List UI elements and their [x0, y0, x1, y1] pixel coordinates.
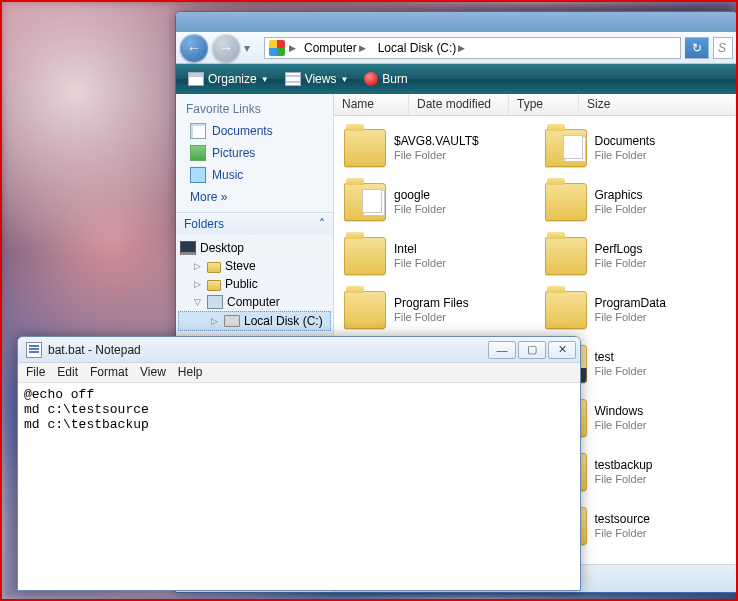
column-headers: Name Date modified Type Size — [334, 94, 737, 116]
fav-more[interactable]: More » — [176, 186, 333, 212]
explorer-titlebar[interactable] — [176, 12, 737, 32]
menu-file[interactable]: File — [26, 365, 45, 380]
folder-icon — [545, 291, 587, 329]
expander-icon[interactable]: ▷ — [194, 261, 203, 271]
recent-dropdown[interactable]: ▾ — [244, 41, 260, 55]
fav-pictures[interactable]: Pictures — [176, 142, 333, 164]
notepad-title: bat.bat - Notepad — [48, 343, 141, 357]
burn-button[interactable]: Burn — [360, 70, 411, 88]
menu-format[interactable]: Format — [90, 365, 128, 380]
col-date[interactable]: Date modified — [409, 94, 509, 115]
tree-local-disk-c[interactable]: ▷ Local Disk (C:) — [178, 311, 331, 331]
pictures-icon — [190, 145, 206, 161]
folder-icon — [344, 237, 386, 275]
breadcrumb-drive[interactable]: Local Disk (C:) ▶ — [374, 41, 470, 55]
tree-public[interactable]: ▷ Public — [176, 275, 333, 293]
tree-computer[interactable]: ▽ Computer — [176, 293, 333, 311]
desktop-icon — [180, 241, 196, 255]
refresh-icon: ↻ — [692, 41, 702, 55]
folder-icon — [545, 183, 587, 221]
folder-icon — [545, 129, 587, 167]
folder-intel[interactable]: IntelFile Folder — [340, 230, 531, 282]
minimize-icon: — — [497, 344, 508, 356]
organize-button[interactable]: Organize ▼ — [184, 70, 273, 88]
folder-icon — [207, 280, 221, 291]
minimize-button[interactable]: — — [488, 341, 516, 359]
explorer-nav-row: ← → ▾ ▶ Computer ▶ Local Disk (C:) ▶ ↻ S — [176, 32, 737, 64]
computer-icon — [207, 295, 223, 309]
close-button[interactable]: ✕ — [548, 341, 576, 359]
expander-icon[interactable]: ▽ — [194, 297, 203, 307]
folder-graphics[interactable]: GraphicsFile Folder — [541, 176, 732, 228]
maximize-button[interactable]: ▢ — [518, 341, 546, 359]
maximize-icon: ▢ — [527, 343, 537, 356]
fav-music[interactable]: Music — [176, 164, 333, 186]
chevron-right-icon: ▶ — [359, 43, 366, 53]
search-input[interactable]: S — [713, 37, 733, 59]
explorer-toolbar: Organize ▼ Views ▼ Burn — [176, 64, 737, 94]
folders-panel-header[interactable]: Folders ˄ — [176, 212, 333, 235]
col-size[interactable]: Size — [579, 94, 737, 115]
notepad-menu: File Edit Format View Help — [18, 363, 580, 383]
col-type[interactable]: Type — [509, 94, 579, 115]
refresh-button[interactable]: ↻ — [685, 37, 709, 59]
documents-icon — [190, 123, 206, 139]
expander-icon[interactable]: ▷ — [194, 279, 203, 289]
organize-icon — [188, 72, 204, 86]
windows-icon — [269, 40, 285, 56]
expander-icon[interactable]: ▷ — [211, 316, 220, 326]
chevron-down-icon: ▼ — [261, 75, 269, 84]
views-button[interactable]: Views ▼ — [281, 70, 353, 88]
folder-programdata[interactable]: ProgramDataFile Folder — [541, 284, 732, 336]
close-icon: ✕ — [558, 343, 567, 356]
folder-program-files[interactable]: Program FilesFile Folder — [340, 284, 531, 336]
chevron-up-icon: ˄ — [319, 217, 325, 231]
tree-desktop[interactable]: Desktop — [176, 239, 333, 257]
folder-avg-vault[interactable]: $AVG8.VAULT$File Folder — [340, 122, 531, 174]
chevron-down-icon: ▼ — [340, 75, 348, 84]
folder-icon — [344, 129, 386, 167]
folder-google[interactable]: googleFile Folder — [340, 176, 531, 228]
notepad-titlebar[interactable]: bat.bat - Notepad — ▢ ✕ — [18, 337, 580, 363]
breadcrumb-computer[interactable]: Computer ▶ — [300, 41, 370, 55]
notepad-window: bat.bat - Notepad — ▢ ✕ File Edit Format… — [17, 336, 581, 591]
chevron-right-icon: ▶ — [458, 43, 465, 53]
back-button[interactable]: ← — [180, 34, 208, 62]
address-bar[interactable]: ▶ Computer ▶ Local Disk (C:) ▶ — [264, 37, 681, 59]
folder-perflogs[interactable]: PerfLogsFile Folder — [541, 230, 732, 282]
notepad-icon — [26, 342, 42, 358]
tree-steve[interactable]: ▷ Steve — [176, 257, 333, 275]
user-folder-icon — [207, 262, 221, 273]
burn-icon — [364, 72, 378, 86]
menu-edit[interactable]: Edit — [57, 365, 78, 380]
favorite-links-header: Favorite Links — [176, 94, 333, 120]
forward-button[interactable]: → — [212, 34, 240, 62]
music-icon — [190, 167, 206, 183]
menu-view[interactable]: View — [140, 365, 166, 380]
fav-documents[interactable]: Documents — [176, 120, 333, 142]
arrow-left-icon: ← — [187, 40, 201, 56]
folder-documents[interactable]: DocumentsFile Folder — [541, 122, 732, 174]
arrow-right-icon: → — [219, 40, 233, 56]
folder-icon — [545, 237, 587, 275]
col-name[interactable]: Name — [334, 94, 409, 115]
drive-icon — [224, 315, 240, 327]
menu-help[interactable]: Help — [178, 365, 203, 380]
notepad-text-area[interactable]: @echo off md c:\testsource md c:\testbac… — [18, 383, 580, 590]
folder-icon — [344, 183, 386, 221]
folder-icon — [344, 291, 386, 329]
chevron-right-icon: ▶ — [289, 43, 296, 53]
views-icon — [285, 72, 301, 86]
folder-tree: Desktop ▷ Steve ▷ Public ▽ Computer — [176, 235, 333, 335]
